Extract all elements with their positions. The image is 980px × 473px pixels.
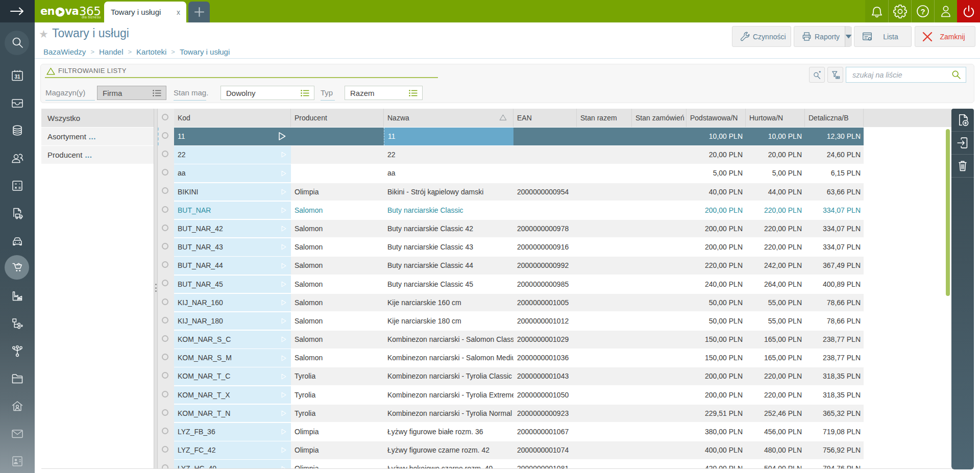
lista-button[interactable]: Lista (854, 26, 912, 47)
cell-detaliczna[interactable]: 238,77 PLN (805, 349, 864, 367)
cell-kod[interactable]: BUT_NAR_45 (174, 276, 291, 293)
cell-nazwa[interactable]: Kombinezon narciarski - Tyrolia Normal (384, 405, 513, 422)
cell-kod[interactable]: KOM_NAR_T_N (174, 405, 291, 422)
calendar-icon[interactable]: 31 (10, 68, 24, 83)
cell-stan_zamowien[interactable] (632, 405, 687, 422)
row-play-icon[interactable] (280, 410, 287, 417)
cell-hurtowa[interactable]: 220,00 PLN (746, 386, 805, 404)
home-office-icon[interactable] (10, 399, 24, 413)
cell-kod[interactable]: 11 (174, 128, 291, 145)
cell-stan_zamowien[interactable] (632, 276, 687, 293)
cell-producent[interactable]: Salomon (291, 349, 384, 367)
cell-podstawowa[interactable]: 200,00 PLN (687, 220, 746, 238)
cell-detaliczna[interactable]: 238,77 PLN (805, 331, 864, 348)
row-radio[interactable] (162, 132, 168, 139)
table-row[interactable]: KIJ_NAR_160SalomonKije narciarskie 160 c… (174, 294, 864, 312)
integrations-icon[interactable] (10, 344, 24, 358)
cell-producent[interactable]: Salomon (291, 276, 384, 293)
new-record-button[interactable] (951, 109, 974, 132)
table-row[interactable]: BUT_NARSalomonButy narciarskie Classic20… (174, 202, 864, 219)
cell-hurtowa[interactable]: 264,00 PLN (746, 276, 805, 293)
row-play-icon[interactable] (280, 354, 287, 362)
cell-hurtowa[interactable]: 10,00 PLN (746, 128, 805, 145)
cell-ean[interactable]: 2000000001081 (513, 460, 577, 468)
cell-ean[interactable]: 2000000001012 (513, 312, 577, 330)
cell-podstawowa[interactable]: 240,00 PLN (687, 276, 746, 293)
cell-producent[interactable]: Salomon (291, 238, 384, 256)
raporty-button[interactable]: Raporty (794, 26, 851, 47)
column-header[interactable]: Nazwa (384, 109, 513, 127)
cell-detaliczna[interactable]: 334,07 PLN (805, 220, 864, 238)
row-play-icon[interactable] (280, 243, 287, 251)
cell-stan_zamowien[interactable] (632, 238, 687, 256)
cell-kod[interactable]: KIJ_NAR_160 (174, 294, 291, 312)
cell-hurtowa[interactable]: 20,00 PLN (746, 146, 805, 164)
cell-kod[interactable]: LYZ_FC_42 (174, 441, 291, 459)
cell-hurtowa[interactable]: 480,00 PLN (746, 441, 805, 459)
column-header[interactable]: Producent (291, 109, 384, 127)
cell-kod[interactable]: 22 (174, 146, 291, 164)
cell-stan_zamowien[interactable] (632, 349, 687, 367)
zamknij-button[interactable]: Zamknij (915, 26, 975, 47)
cell-detaliczna[interactable]: 24,60 PLN (805, 146, 864, 164)
cell-kod[interactable]: LYZ_HC_40 (174, 460, 291, 468)
row-radio[interactable] (162, 464, 168, 468)
cell-nazwa[interactable]: Kije narciarskie 180 cm (384, 312, 513, 330)
table-row[interactable]: aaaa5,00 PLN5,00 PLN6,15 PLN (174, 164, 864, 182)
cell-podstawowa[interactable]: 50,00 PLN (687, 312, 746, 330)
table-row[interactable]: KOM_NAR_T_NTyroliaKombinezon narciarski … (174, 405, 864, 422)
cell-detaliczna[interactable]: 6,15 PLN (805, 164, 864, 182)
row-play-icon[interactable] (280, 465, 287, 468)
table-row[interactable]: 222220,00 PLN20,00 PLN24,60 PLN (174, 146, 864, 164)
cell-nazwa[interactable]: Buty narciarskie Classic 42 (384, 220, 513, 238)
cell-ean[interactable] (513, 202, 577, 219)
table-row[interactable]: LYZ_FB_36OlimpiaŁyżwy figurowe białe roz… (174, 423, 864, 441)
cell-detaliczna[interactable]: 719,08 PLN (805, 423, 864, 441)
cell-detaliczna[interactable]: 78,66 PLN (805, 294, 864, 312)
cell-stan_razem[interactable] (577, 312, 632, 330)
cell-producent[interactable]: Salomon (291, 257, 384, 275)
cell-stan_razem[interactable] (577, 146, 632, 164)
cell-ean[interactable]: 2000000000978 (513, 220, 577, 238)
select-all-radio[interactable] (162, 114, 168, 120)
column-header[interactable]: Podstawowa/N (687, 109, 746, 127)
cell-podstawowa[interactable]: 50,00 PLN (687, 294, 746, 312)
table-row[interactable]: LYZ_HC_40OlimpiaŁyżwy hokejowe czarne ro… (174, 460, 864, 468)
cell-hurtowa[interactable]: 55,00 PLN (746, 294, 805, 312)
row-radio[interactable] (162, 280, 168, 286)
cell-ean[interactable] (513, 128, 577, 145)
cell-kod[interactable]: KIJ_NAR_180 (174, 312, 291, 330)
cell-producent[interactable] (291, 164, 384, 182)
column-header[interactable]: Stan razem (577, 109, 632, 127)
column-header[interactable]: EAN (513, 109, 577, 127)
cell-stan_zamowien[interactable] (632, 202, 687, 219)
cell-stan_zamowien[interactable] (632, 312, 687, 330)
cell-kod[interactable]: KOM_NAR_S_M (174, 349, 291, 367)
cell-nazwa[interactable]: Łyżwy figurowe białe rozm. 36 (384, 423, 513, 441)
breadcrumb-item[interactable]: Handel (99, 47, 124, 56)
cell-kod[interactable]: aa (174, 164, 291, 182)
cell-podstawowa[interactable]: 20,00 PLN (687, 146, 746, 164)
raporty-dropdown-button[interactable] (845, 27, 852, 46)
cell-producent[interactable]: Olimpia (291, 441, 384, 459)
cell-ean[interactable]: 2000000000985 (513, 276, 577, 293)
row-play-icon[interactable] (280, 280, 287, 288)
row-radio[interactable] (162, 206, 168, 213)
open-record-button[interactable] (951, 132, 974, 155)
cell-podstawowa[interactable]: 380,00 PLN (687, 423, 746, 441)
row-play-icon[interactable] (280, 262, 287, 269)
row-play-icon[interactable] (280, 225, 287, 233)
cell-kod[interactable]: BUT_NAR_44 (174, 257, 291, 275)
cell-nazwa[interactable]: Kombinezon narciarski - Tyrolia Extreme (384, 386, 513, 404)
category-item[interactable]: Wszystko (41, 109, 154, 127)
cell-detaliczna[interactable]: 318,35 PLN (805, 367, 864, 385)
warning-triangle-icon[interactable] (46, 67, 55, 75)
cell-stan_razem[interactable] (577, 164, 632, 182)
user-button[interactable] (934, 0, 957, 22)
cell-nazwa[interactable]: 11 (384, 128, 513, 145)
category-item[interactable]: Asortyment... (41, 128, 154, 145)
cell-detaliczna[interactable]: 334,07 PLN (805, 202, 864, 219)
column-header[interactable]: Detaliczna/B (805, 109, 864, 127)
cell-stan_razem[interactable] (577, 331, 632, 348)
cell-stan_zamowien[interactable] (632, 128, 687, 145)
